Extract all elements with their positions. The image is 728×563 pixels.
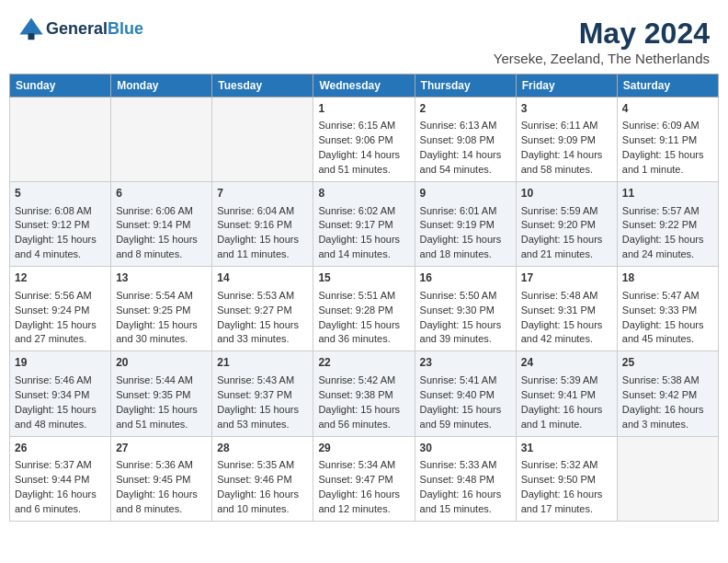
day-info: Sunrise: 5:53 AM [217, 289, 308, 304]
day-number: 11 [622, 186, 713, 201]
day-number: 28 [217, 441, 308, 456]
calendar-cell: 9Sunrise: 6:01 AMSunset: 9:19 PMDaylight… [415, 182, 516, 267]
day-info: Sunset: 9:08 PM [420, 133, 511, 148]
day-info: Sunset: 9:47 PM [318, 473, 409, 488]
day-info: Sunset: 9:27 PM [217, 304, 308, 318]
day-number: 31 [521, 441, 612, 456]
calendar-cell: 21Sunrise: 5:43 AMSunset: 9:37 PMDayligh… [212, 351, 313, 436]
day-info: Sunset: 9:45 PM [116, 473, 207, 488]
day-info: Sunrise: 6:06 AM [116, 204, 207, 219]
day-info: Sunrise: 5:37 AM [15, 458, 106, 473]
day-number: 21 [217, 355, 308, 371]
calendar-cell: 23Sunrise: 5:41 AMSunset: 9:40 PMDayligh… [415, 351, 516, 436]
day-info: Daylight: 15 hours and 33 minutes. [217, 318, 308, 348]
day-number: 2 [420, 101, 511, 117]
day-info: Daylight: 15 hours and 56 minutes. [318, 403, 409, 432]
day-info: Sunrise: 5:46 AM [15, 373, 106, 388]
day-info: Sunset: 9:16 PM [217, 218, 308, 233]
day-info: Daylight: 14 hours and 54 minutes. [420, 148, 511, 178]
day-info: Sunset: 9:06 PM [318, 133, 409, 148]
day-info: Daylight: 16 hours and 15 minutes. [420, 488, 511, 517]
day-number: 22 [318, 355, 409, 371]
day-info: Sunset: 9:48 PM [420, 473, 511, 488]
day-info: Sunset: 9:19 PM [420, 218, 511, 233]
calendar-cell: 29Sunrise: 5:34 AMSunset: 9:47 PMDayligh… [313, 436, 415, 521]
day-info: Sunrise: 5:47 AM [622, 289, 713, 304]
day-number: 19 [15, 355, 106, 371]
day-info: Daylight: 15 hours and 18 minutes. [420, 233, 511, 262]
calendar-cell: 24Sunrise: 5:39 AMSunset: 9:41 PMDayligh… [516, 351, 617, 436]
weekday-header: Wednesday [313, 75, 415, 98]
day-number: 14 [217, 270, 308, 286]
day-info: Sunset: 9:46 PM [217, 473, 308, 488]
day-info: Daylight: 15 hours and 48 minutes. [15, 403, 106, 432]
day-info: Daylight: 15 hours and 36 minutes. [318, 318, 409, 348]
calendar-header: SundayMondayTuesdayWednesdayThursdayFrid… [10, 75, 719, 98]
day-info: Sunset: 9:28 PM [318, 304, 409, 318]
day-number: 29 [318, 441, 409, 456]
calendar-cell: 26Sunrise: 5:37 AMSunset: 9:44 PMDayligh… [10, 436, 111, 521]
calendar-cell [617, 436, 718, 521]
calendar-cell: 17Sunrise: 5:48 AMSunset: 9:31 PMDayligh… [516, 267, 617, 351]
day-info: Sunset: 9:09 PM [521, 133, 612, 148]
calendar-cell: 10Sunrise: 5:59 AMSunset: 9:20 PMDayligh… [516, 182, 617, 267]
day-info: Daylight: 15 hours and 45 minutes. [622, 318, 713, 348]
day-number: 16 [420, 270, 511, 286]
calendar-cell [111, 98, 212, 182]
svg-rect-1 [28, 33, 35, 40]
subtitle: Yerseke, Zeeland, The Netherlands [494, 51, 710, 66]
day-info: Sunrise: 5:56 AM [15, 289, 106, 304]
page-header: GeneralBlue May 2024 Yerseke, Zeeland, T… [9, 9, 719, 70]
logo-icon [18, 17, 44, 42]
logo-text: GeneralBlue [46, 20, 143, 39]
day-info: Daylight: 15 hours and 59 minutes. [420, 403, 511, 432]
day-number: 3 [521, 101, 612, 117]
day-info: Sunrise: 5:41 AM [420, 373, 511, 388]
day-number: 25 [622, 355, 713, 371]
calendar-cell: 5Sunrise: 6:08 AMSunset: 9:12 PMDaylight… [10, 182, 111, 267]
day-info: Sunrise: 5:57 AM [622, 204, 713, 219]
calendar-cell: 19Sunrise: 5:46 AMSunset: 9:34 PMDayligh… [10, 351, 111, 436]
day-info: Sunrise: 5:59 AM [521, 204, 612, 219]
day-number: 5 [15, 186, 106, 201]
calendar-cell: 11Sunrise: 5:57 AMSunset: 9:22 PMDayligh… [617, 182, 718, 267]
day-info: Daylight: 16 hours and 1 minute. [521, 403, 612, 432]
day-info: Daylight: 15 hours and 39 minutes. [420, 318, 511, 348]
day-info: Sunset: 9:14 PM [116, 218, 207, 233]
day-number: 15 [318, 270, 409, 286]
calendar-cell: 8Sunrise: 6:02 AMSunset: 9:17 PMDaylight… [313, 182, 415, 267]
svg-marker-0 [19, 17, 42, 34]
day-info: Sunrise: 5:38 AM [622, 373, 713, 388]
calendar-cell: 3Sunrise: 6:11 AMSunset: 9:09 PMDaylight… [516, 98, 617, 182]
main-title: May 2024 [494, 17, 710, 51]
day-info: Sunrise: 5:32 AM [521, 458, 612, 473]
day-info: Sunset: 9:20 PM [521, 218, 612, 233]
day-info: Sunrise: 6:04 AM [217, 204, 308, 219]
logo: GeneralBlue [18, 17, 143, 42]
day-number: 24 [521, 355, 612, 371]
day-info: Daylight: 14 hours and 51 minutes. [318, 148, 409, 178]
calendar-row: 1Sunrise: 6:15 AMSunset: 9:06 PMDaylight… [10, 98, 719, 182]
day-info: Daylight: 15 hours and 42 minutes. [521, 318, 612, 348]
day-info: Daylight: 15 hours and 24 minutes. [622, 233, 713, 262]
day-number: 6 [116, 186, 207, 201]
day-number: 13 [116, 270, 207, 286]
weekday-header: Tuesday [212, 75, 313, 98]
day-info: Sunset: 9:40 PM [420, 388, 511, 403]
day-info: Sunrise: 6:15 AM [318, 119, 409, 133]
day-info: Sunset: 9:25 PM [116, 304, 207, 318]
day-info: Sunrise: 6:09 AM [622, 119, 713, 133]
calendar-cell: 22Sunrise: 5:42 AMSunset: 9:38 PMDayligh… [313, 351, 415, 436]
day-number: 7 [217, 186, 308, 201]
weekday-header: Saturday [617, 75, 718, 98]
day-info: Sunrise: 6:11 AM [521, 119, 612, 133]
day-info: Sunset: 9:34 PM [15, 388, 106, 403]
day-info: Daylight: 15 hours and 8 minutes. [116, 233, 207, 262]
calendar-cell: 25Sunrise: 5:38 AMSunset: 9:42 PMDayligh… [617, 351, 718, 436]
day-number: 8 [318, 186, 409, 201]
day-info: Sunrise: 5:43 AM [217, 373, 308, 388]
day-info: Sunset: 9:38 PM [318, 388, 409, 403]
day-info: Daylight: 16 hours and 10 minutes. [217, 488, 308, 517]
calendar-cell: 20Sunrise: 5:44 AMSunset: 9:35 PMDayligh… [111, 351, 212, 436]
calendar-row: 19Sunrise: 5:46 AMSunset: 9:34 PMDayligh… [10, 351, 719, 436]
